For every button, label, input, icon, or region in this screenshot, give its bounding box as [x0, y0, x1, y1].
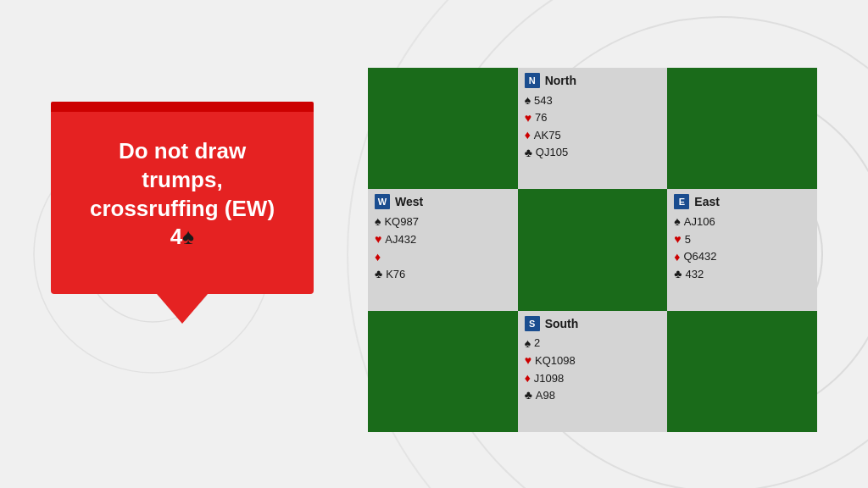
north-header: N North [525, 73, 661, 88]
east-spades-value: AJ106 [684, 214, 715, 230]
spade-icon: ♠ [525, 336, 531, 352]
west-spades-value: KQ987 [384, 214, 418, 230]
west-badge: W [375, 194, 390, 209]
west-name: West [395, 195, 423, 208]
diamond-icon: ♦ [525, 127, 531, 144]
speech-bubble-text: Do not draw trumps, crossruffing (EW) 4♠ [68, 137, 297, 252]
diamond-icon: ♦ [674, 249, 680, 266]
east-hearts: ♥ 5 [674, 231, 810, 248]
west-diamonds: ♦ [375, 249, 511, 266]
east-name: East [694, 195, 720, 208]
west-hand: W West ♠ KQ987 ♥ AJ432 ♦ ♣ K76 [368, 189, 518, 310]
south-diamonds: ♦ J1098 [525, 370, 661, 387]
north-badge: N [525, 73, 540, 88]
west-clubs: ♣ K76 [375, 266, 511, 283]
club-icon: ♣ [525, 387, 532, 404]
east-header: E East [674, 194, 810, 209]
speech-bubble-arrow [157, 294, 208, 324]
north-spades: ♠ 543 [525, 92, 661, 109]
south-spades: ♠ 2 [525, 336, 661, 352]
spade-icon: ♠ [674, 214, 680, 230]
east-spades: ♠ AJ106 [674, 214, 810, 230]
south-header: S South [525, 316, 661, 331]
spade-icon: ♠ [525, 92, 531, 109]
north-hearts: ♥ 76 [525, 110, 661, 127]
west-hearts-value: AJ432 [385, 232, 416, 247]
center-empty [518, 189, 668, 310]
heart-icon: ♥ [525, 352, 531, 369]
text-line1: Do not draw [119, 138, 246, 164]
diamond-icon: ♦ [525, 370, 531, 387]
south-hand: S South ♠ 2 ♥ KQ1098 ♦ J1098 ♣ A98 [518, 311, 668, 432]
text-line3: crossruffing (EW) [90, 196, 275, 221]
north-diamonds-value: AK75 [534, 128, 561, 143]
empty-top-left [368, 68, 518, 189]
south-name: South [545, 317, 579, 330]
west-header: W West [375, 194, 511, 209]
text-line2: trumps, [142, 167, 222, 192]
speech-bubble-body: Do not draw trumps, crossruffing (EW) 4♠ [51, 112, 314, 294]
east-clubs-value: 432 [686, 267, 704, 282]
club-icon: ♣ [674, 266, 682, 283]
speech-bubble: Do not draw trumps, crossruffing (EW) 4♠ [51, 102, 314, 324]
club-icon: ♣ [525, 145, 532, 162]
east-diamonds-value: Q6432 [683, 249, 716, 264]
diamond-icon: ♦ [375, 249, 381, 266]
empty-bottom-left [368, 311, 518, 432]
north-hand: N North ♠ 543 ♥ 76 ♦ AK75 ♣ QJ105 [518, 68, 668, 189]
east-hearts-value: 5 [685, 232, 691, 247]
heart-icon: ♥ [525, 110, 531, 127]
club-icon: ♣ [375, 266, 382, 283]
east-badge: E [674, 194, 689, 209]
south-diamonds-value: J1098 [534, 371, 564, 386]
north-hearts-value: 76 [535, 110, 547, 125]
north-clubs-value: QJ105 [536, 145, 568, 160]
speech-bubble-top-bar [51, 102, 314, 112]
spade-symbol: ♠ [182, 224, 194, 249]
heart-icon: ♥ [375, 231, 381, 248]
north-diamonds: ♦ AK75 [525, 127, 661, 144]
south-badge: S [525, 316, 540, 331]
east-hand: E East ♠ AJ106 ♥ 5 ♦ Q6432 ♣ 432 [667, 189, 817, 310]
south-spades-value: 2 [534, 336, 540, 351]
east-diamonds: ♦ Q6432 [674, 249, 810, 266]
north-name: North [545, 74, 576, 87]
south-hearts: ♥ KQ1098 [525, 352, 661, 369]
text-line4: 4 [170, 224, 182, 249]
east-clubs: ♣ 432 [674, 266, 810, 283]
north-clubs: ♣ QJ105 [525, 145, 661, 162]
south-hearts-value: KQ1098 [535, 353, 576, 369]
bridge-table: N North ♠ 543 ♥ 76 ♦ AK75 ♣ QJ105 [368, 68, 817, 432]
west-spades: ♠ KQ987 [375, 214, 511, 230]
south-clubs-value: A98 [536, 388, 555, 403]
heart-icon: ♥ [674, 231, 681, 248]
south-clubs: ♣ A98 [525, 387, 661, 404]
spade-icon: ♠ [375, 214, 381, 230]
west-clubs-value: K76 [386, 267, 405, 282]
table-grid: N North ♠ 543 ♥ 76 ♦ AK75 ♣ QJ105 [368, 68, 817, 432]
west-hearts: ♥ AJ432 [375, 231, 511, 248]
empty-top-right [667, 68, 817, 189]
north-spades-value: 543 [534, 93, 553, 108]
empty-bottom-right [667, 311, 817, 432]
